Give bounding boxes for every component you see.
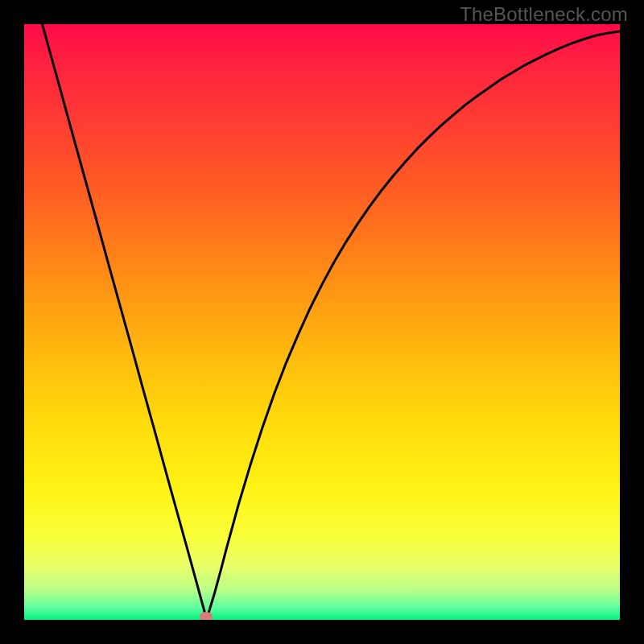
minimum-marker <box>200 612 213 620</box>
chart-frame: TheBottleneck.com <box>0 0 644 644</box>
watermark-text: TheBottleneck.com <box>460 3 628 26</box>
plot-area <box>24 24 620 620</box>
curve-svg <box>24 24 620 620</box>
bottleneck-curve <box>24 24 620 617</box>
